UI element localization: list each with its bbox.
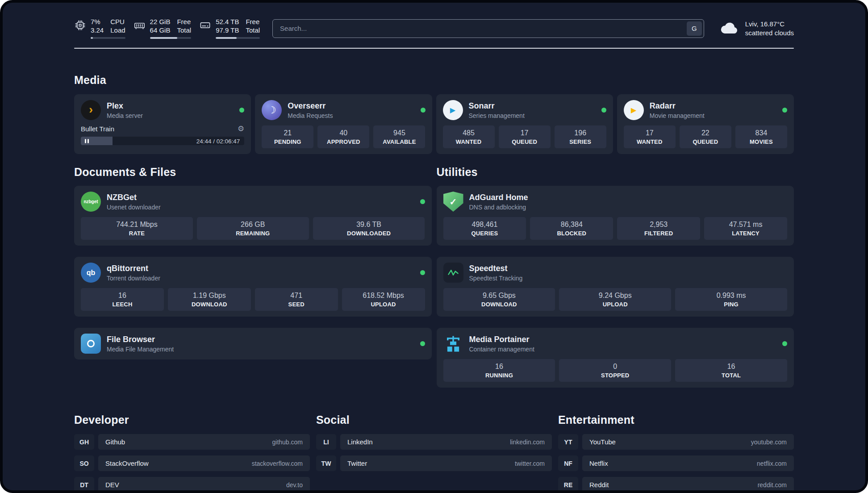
card-adguard[interactable]: ✓ AdGuard Home DNS and adblocking 498,46… [437, 186, 794, 246]
bookmark-link-reddit[interactable]: Reddit reddit.com [582, 477, 794, 493]
playback-time: 24:44 / 02:06:47 [196, 138, 240, 144]
bookmark-name: Github [105, 438, 125, 446]
settings-gear-icon[interactable]: ⚙ [238, 125, 244, 133]
adguard-shield-icon: ✓ [443, 192, 463, 212]
card-portainer[interactable]: Media Portainer Container management 16 … [437, 328, 794, 388]
card-radarr[interactable]: ▶ Radarr Movie management 17 WANTED [617, 94, 794, 154]
bookmark-abbr: GH [74, 434, 94, 450]
overseerr-swirl-glyph: ☽ [267, 105, 276, 115]
stat-value: 1.19 Gbps [193, 292, 226, 300]
card-title: qBittorrent [107, 264, 160, 273]
card-subtitle: Media server [107, 112, 143, 119]
stat-value: 86,384 [561, 221, 583, 229]
cpu-label: CPU [110, 18, 125, 26]
section-title-documents: Documents & Files [74, 166, 432, 179]
card-sonarr[interactable]: ▶ Sonarr Series management 485 WANTED [436, 94, 613, 154]
stat-series: 196 SERIES [555, 125, 606, 148]
bookmark-abbr: TW [316, 455, 336, 471]
filebrowser-ring-glyph [87, 340, 95, 347]
playback-progress-bar: 24:44 / 02:06:47 [81, 137, 244, 145]
now-playing-title: Bullet Train [81, 125, 114, 133]
card-subtitle: Torrent downloader [107, 275, 160, 282]
card-subtitle: DNS and adblocking [469, 204, 528, 211]
cpu-progress-bar [91, 37, 125, 39]
bookmark-url: stackoverflow.com [252, 460, 303, 467]
status-dot [421, 108, 426, 113]
card-title: NZBGet [107, 193, 161, 202]
status-dot [420, 270, 425, 275]
stat-label: TOTAL [722, 372, 741, 379]
radarr-icon: ▶ [624, 100, 644, 120]
search-input[interactable] [272, 19, 704, 38]
bookmark-link-github[interactable]: Github github.com [98, 434, 310, 450]
bookmark-link-linkedin[interactable]: LinkedIn linkedin.com [340, 434, 552, 450]
status-dot [601, 108, 606, 113]
stat-running: 16 RUNNING [443, 359, 555, 382]
cloud-icon [719, 21, 740, 36]
stat-rate: 744.21 Mbps RATE [81, 217, 193, 240]
cpu-chip-icon [74, 18, 86, 31]
stat-total: 16 TOTAL [675, 359, 787, 382]
stat-value: 17 [521, 129, 529, 137]
bookmark-name: Netflix [589, 460, 608, 467]
topbar-divider [74, 48, 794, 49]
bookmark-row-stackoverflow: SO StackOverflow stackoverflow.com [74, 455, 310, 471]
card-title: File Browser [107, 335, 174, 344]
stat-label: LATENCY [732, 230, 760, 237]
bookmark-link-netflix[interactable]: Netflix netflix.com [582, 455, 794, 471]
stat-label: DOWNLOADED [347, 230, 391, 237]
cpu-usage-value: 7% [91, 18, 104, 26]
stat-label: STOPPED [601, 372, 629, 379]
stat-label: SERIES [569, 138, 591, 145]
bookmark-link-dev[interactable]: DEV dev.to [98, 477, 310, 493]
ram-progress-bar [150, 37, 192, 39]
bookmark-url: netflix.com [757, 460, 787, 467]
stat-label: DOWNLOAD [481, 301, 517, 308]
cpu-load-label: Load [110, 26, 125, 34]
stat-value: 834 [755, 129, 768, 137]
card-qbittorrent[interactable]: qb qBittorrent Torrent downloader 16 [74, 257, 432, 317]
card-filebrowser[interactable]: File Browser Media File Management [74, 328, 432, 359]
stat-label: QUERIES [471, 230, 498, 237]
bookmark-group-social: Social LI LinkedIn linkedin.com TW Twitt… [316, 414, 552, 493]
bookmark-link-stackoverflow[interactable]: StackOverflow stackoverflow.com [98, 455, 310, 471]
card-subtitle: Usenet downloader [107, 204, 161, 211]
stat-blocked: 86,384 BLOCKED [530, 217, 613, 240]
stat-upload: 9.24 Gbps UPLOAD [559, 288, 671, 311]
bookmark-abbr: RE [558, 477, 578, 493]
pause-button[interactable] [85, 139, 89, 143]
weather-location-temp: Lviv, 16.87°C [745, 20, 794, 29]
search-engine-button[interactable]: G [687, 21, 702, 36]
card-speedtest[interactable]: Speedtest Speedtest Tracking 9.65 Gbps D… [437, 257, 794, 317]
stat-value: 16 [118, 292, 126, 300]
bookmark-url: reddit.com [758, 481, 787, 489]
status-dot [782, 108, 787, 113]
disk-free-label: Free [246, 18, 260, 26]
stat-stopped: 0 STOPPED [559, 359, 671, 382]
qbittorrent-icon: qb [81, 263, 101, 283]
weather-condition: scattered clouds [745, 29, 794, 38]
bookmark-group-entertainment: Entertainment YT YouTube youtube.com NF … [558, 414, 794, 493]
bookmark-url: linkedin.com [510, 439, 545, 446]
topbar: 7% 3.24 CPU Load [74, 18, 794, 39]
stat-label: UPLOAD [603, 301, 628, 308]
stat-value: 39.6 TB [356, 221, 381, 229]
card-plex[interactable]: › Plex Media server Bullet Train ⚙ [74, 94, 251, 154]
card-nzbget[interactable]: nzbget NZBGet Usenet downloader 744.21 M… [74, 186, 432, 246]
stat-value: 485 [463, 129, 475, 137]
ram-total-label: Total [177, 26, 191, 34]
stat-value: 0 [613, 363, 617, 371]
card-title: Sonarr [469, 101, 525, 111]
bookmark-url: github.com [272, 439, 303, 446]
search-bar: G [272, 19, 704, 38]
disk-progress-bar [216, 37, 260, 39]
overseerr-icon: ☽ [262, 100, 282, 120]
nzbget-wordmark: nzbget [83, 199, 98, 204]
bookmark-link-twitter[interactable]: Twitter twitter.com [340, 455, 552, 471]
card-overseerr[interactable]: ☽ Overseerr Media Requests 21 PENDING [255, 94, 432, 154]
bookmark-abbr: DT [74, 477, 94, 493]
stat-label: REMAINING [236, 230, 270, 237]
bookmark-link-youtube[interactable]: YouTube youtube.com [582, 434, 794, 450]
bookmark-row-dev: DT DEV dev.to [74, 477, 310, 493]
stat-downloaded: 39.6 TB DOWNLOADED [313, 217, 425, 240]
